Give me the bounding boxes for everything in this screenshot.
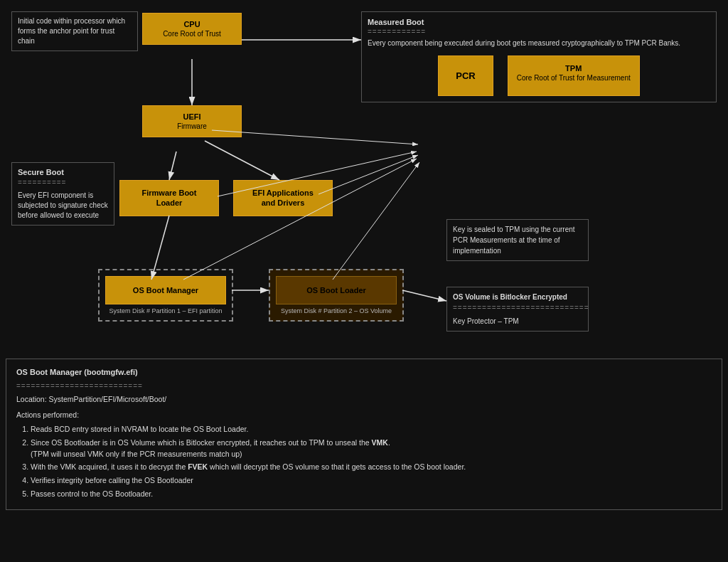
- svg-line-10: [333, 162, 419, 280]
- firmware-bl-box: Firmware Boot Loader: [119, 180, 219, 216]
- pcr-box: PCR: [438, 55, 493, 96]
- cpu-subtitle: Core Root of Trust: [150, 29, 234, 38]
- svg-line-1: [169, 152, 176, 180]
- efi-apps-gold-box: EFI Applications and Drivers: [233, 180, 333, 216]
- bitlocker-equals: ============================: [453, 302, 582, 313]
- bottom-section: OS Boot Manager (bootmgfw.efi) =========…: [6, 359, 722, 510]
- key-protector-label: Key Protector – TPM: [453, 316, 582, 327]
- cpu-box: CPU Core Root of Trust: [142, 13, 242, 45]
- svg-line-3: [205, 141, 279, 180]
- partition2-label: System Disk # Partition 2 – OS Volume: [276, 307, 397, 314]
- bitlocker-annotation: OS Volume is Bitlocker Encrypted =======…: [446, 287, 589, 332]
- list-item-1-text: Reads BCD entry stored in NVRAM to locat…: [31, 425, 248, 433]
- secure-boot-text: Every EFI component is subjected to sign…: [18, 191, 108, 221]
- measured-boot-equals: ============: [368, 28, 710, 36]
- key-protector-annotation: Key is sealed to TPM using the current P…: [446, 219, 589, 261]
- cpu-title: CPU: [150, 19, 234, 29]
- measured-boot-text: Every component being executed during bo…: [368, 38, 710, 48]
- main-diagram: Initial code within processor which form…: [0, 0, 728, 562]
- bottom-equals: ==========================: [16, 381, 712, 392]
- svg-line-6: [212, 130, 418, 144]
- disk-partition-1: OS Boot Manager System Disk # Partition …: [98, 269, 233, 322]
- bottom-location: Location: SystemPartition/EFI/Microsoft/…: [16, 393, 712, 405]
- pcr-tpm-row: PCR TPM Core Root of Trust for Measureme…: [368, 55, 710, 96]
- firmware-bl-line2: Loader: [126, 198, 213, 208]
- anchor-note-text: Initial code within processor which form…: [18, 17, 125, 45]
- uefi-title: UEFI: [150, 112, 234, 122]
- list-item: Passes control to the OS Bootloader.: [31, 489, 712, 500]
- efi-apps-line1: EFI Applications: [240, 188, 326, 198]
- uefi-box: UEFI Firmware: [142, 105, 242, 137]
- list-item: Reads BCD entry stored in NVRAM to locat…: [31, 424, 712, 435]
- efi-apps-box: EFI Applications and Drivers: [233, 180, 333, 216]
- uefi-subtitle: Firmware: [150, 122, 234, 131]
- secure-boot-annotation: Secure Boot ========== Every EFI compone…: [11, 162, 114, 226]
- tpm-box: TPM Core Root of Trust for Measurement: [508, 55, 640, 96]
- partition1-label: System Disk # Partition 1 – EFI partitio…: [105, 307, 226, 314]
- measured-boot-title: Measured Boot: [368, 18, 710, 26]
- bottom-actions-label: Actions performed:: [16, 409, 712, 421]
- svg-line-5: [402, 290, 446, 301]
- os-boot-manager-box: OS Boot Manager: [105, 276, 226, 304]
- svg-line-7: [318, 155, 418, 194]
- os-boot-loader-box: OS Boot Loader: [276, 276, 397, 304]
- bottom-title: OS Boot Manager (bootmgfw.efi): [16, 366, 712, 379]
- svg-line-9: [183, 159, 417, 280]
- fvek-bold: FVEK: [188, 462, 208, 471]
- upper-diagram: Initial code within processor which form…: [6, 6, 722, 354]
- list-item: Verifies integrity before calling the OS…: [31, 475, 712, 487]
- firmware-bl-line1: Firmware Boot: [126, 188, 213, 198]
- os-boot-loader-label: OS Boot Loader: [306, 286, 366, 295]
- list-item-4-text: Verifies integrity before calling the OS…: [31, 476, 193, 484]
- measured-boot-panel: Measured Boot ============ Every compone…: [361, 11, 717, 102]
- tpm-subtitle: Core Root of Trust for Measurement: [517, 73, 631, 83]
- disk-partition-2: OS Boot Loader System Disk # Partition 2…: [269, 269, 404, 322]
- list-item: With the VMK acquired, it uses it to dec…: [31, 462, 712, 473]
- os-boot-manager-label: OS Boot Manager: [133, 286, 198, 295]
- bitlocker-title: OS Volume is Bitlocker Encrypted: [453, 292, 582, 302]
- secure-boot-equals: ==========: [18, 178, 108, 188]
- key-protector-text: Key is sealed to TPM using the current P…: [453, 226, 575, 255]
- efi-apps-line2: and Drivers: [240, 198, 326, 208]
- list-item: Since OS Bootloader is in OS Volume whic…: [31, 438, 712, 460]
- vmk-bold: VMK: [372, 438, 388, 447]
- cpu-gold-box: CPU Core Root of Trust: [142, 13, 242, 45]
- anchor-note: Initial code within processor which form…: [11, 11, 138, 51]
- secure-boot-title: Secure Boot: [18, 167, 108, 178]
- firmware-bl-gold-box: Firmware Boot Loader: [119, 180, 219, 216]
- list-item-5-text: Passes control to the OS Bootloader.: [31, 489, 153, 498]
- tpm-title: TPM: [517, 63, 631, 73]
- uefi-gold-box: UEFI Firmware: [142, 105, 242, 137]
- bottom-list: Reads BCD entry stored in NVRAM to locat…: [31, 424, 712, 500]
